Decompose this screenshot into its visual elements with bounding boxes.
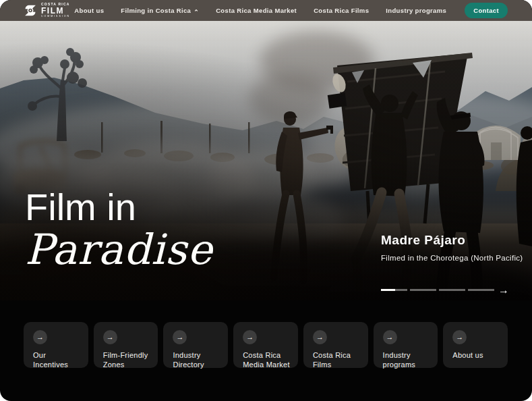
card-our-incentives[interactable]: → Our Incentives (24, 322, 88, 368)
card-industry-programs[interactable]: → Industry programs (374, 322, 438, 368)
arrow-right-icon: → (313, 330, 327, 344)
contact-button[interactable]: Contact (465, 3, 508, 18)
arrow-right-icon: → (383, 330, 397, 344)
arrow-right-icon: → (173, 330, 187, 344)
card-label: About us (452, 350, 502, 360)
nav-label: Costa Rica Films (314, 7, 369, 14)
card-label: Our Incentives (33, 350, 83, 370)
logo-line-film: FILM (41, 7, 70, 15)
carousel-progress-fill (381, 289, 395, 291)
card-label: Film-Friendly Zones (103, 350, 153, 370)
card-costa-rica-films[interactable]: → Costa Rica Films (303, 322, 368, 368)
hero-section: Film in Paradise Madre Pájaro Filmed in … (0, 21, 532, 300)
nav-label: Filming in Costa Rica (121, 7, 191, 14)
carousel-progress-3[interactable] (439, 289, 465, 291)
slide-film-title: Madre Pájaro (381, 233, 523, 248)
arrow-right-icon: → (103, 330, 117, 344)
arrow-right-icon: → (33, 330, 47, 344)
card-label: Costa Rica Films (313, 350, 363, 370)
nav-item-costa-rica-media-market[interactable]: Costa Rica Media Market (216, 7, 297, 14)
nav-item-costa-rica-films[interactable]: Costa Rica Films (314, 7, 369, 14)
next-slide-button[interactable]: → (497, 284, 510, 297)
card-costa-rica-media-market[interactable]: → Costa Rica Media Market (233, 322, 298, 368)
hero-title-line2: Paradise (25, 228, 213, 271)
card-film-friendly-zones[interactable]: → Film-Friendly Zones (94, 322, 158, 368)
slide-info: Madre Pájaro Filmed in the Chorotega (No… (381, 233, 523, 262)
arrow-right-icon: → (243, 330, 257, 344)
logo-line-commission: COMMISSION (41, 16, 70, 18)
film-commission-homepage: COSTA RICA FILM COMMISSION About us Film… (0, 0, 532, 401)
carousel-progress-1[interactable] (381, 289, 407, 291)
card-industry-directory[interactable]: → Industry Directory (163, 322, 228, 368)
arrow-right-icon: → (498, 284, 509, 296)
carousel-indicators (381, 289, 494, 291)
carousel-progress-2[interactable] (410, 289, 436, 291)
arrow-right-icon: → (452, 330, 467, 344)
nav-item-about-us[interactable]: About us (74, 7, 104, 14)
hero-title: Film in Paradise (25, 188, 213, 271)
nav-label: Industry programs (386, 7, 446, 14)
nav-label: About us (74, 7, 104, 14)
slide-film-location: Filmed in the Chorotega (North Pacific) (381, 254, 523, 262)
film-camera-eye-logo-icon (23, 3, 38, 18)
nav-item-filming-in-costa-rica[interactable]: Filming in Costa Rica ⌃ (121, 7, 199, 14)
carousel-progress-4[interactable] (468, 289, 494, 291)
top-navigation-bar: COSTA RICA FILM COMMISSION About us Film… (0, 0, 532, 21)
card-label: Industry programs (383, 350, 433, 370)
hero-title-line1: Film in (25, 188, 213, 227)
quick-links-row: → Our Incentives → Film-Friendly Zones →… (0, 300, 532, 368)
card-about-us[interactable]: → About us (443, 322, 508, 368)
chevron-up-icon: ⌃ (194, 10, 199, 14)
nav-label: Costa Rica Media Market (216, 7, 297, 14)
nav-item-industry-programs[interactable]: Industry programs (386, 7, 446, 14)
main-nav: About us Filming in Costa Rica ⌃ Costa R… (74, 7, 446, 14)
card-label: Industry Directory (173, 350, 223, 370)
costa-rica-film-commission-logo[interactable]: COSTA RICA FILM COMMISSION (23, 3, 70, 18)
card-label: Costa Rica Media Market (243, 350, 293, 370)
logo-wordmark: COSTA RICA FILM COMMISSION (41, 3, 70, 18)
